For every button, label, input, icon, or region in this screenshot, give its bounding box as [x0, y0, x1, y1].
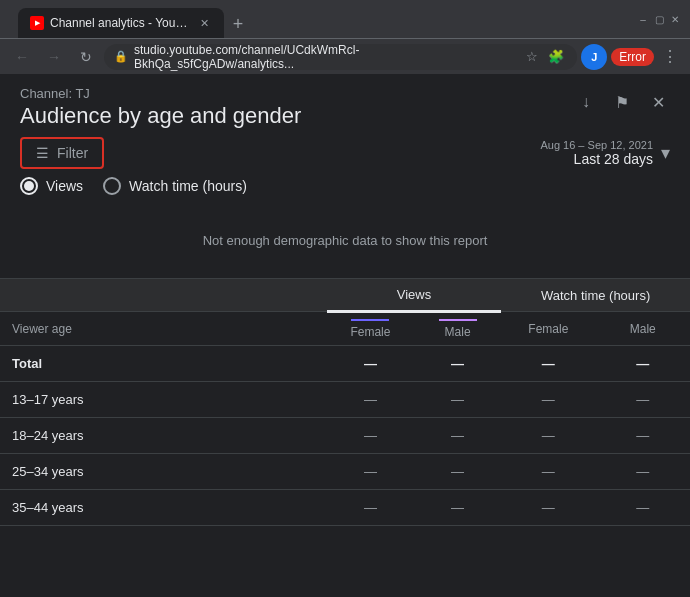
- minimize-button[interactable]: –: [636, 12, 650, 26]
- date-range-subtitle: Aug 16 – Sep 12, 2021: [540, 139, 653, 151]
- wt-male-cell: —: [596, 454, 690, 490]
- address-bar-row: ← → ↻ 🔒 studio.youtube.com/channel/UCdkW…: [0, 38, 690, 74]
- table-row: 35–44 years————: [0, 490, 690, 526]
- views-male-cell: —: [414, 346, 501, 382]
- bookmark-icon[interactable]: ☆: [521, 46, 543, 68]
- extension-icon[interactable]: 🧩: [545, 46, 567, 68]
- page-header: Channel: TJ Audience by age and gender ↓…: [0, 74, 690, 137]
- views-female-cell: —: [327, 382, 414, 418]
- views-male-cell: —: [414, 490, 501, 526]
- filter-icon: ☰: [36, 145, 49, 161]
- views-male-cell: —: [414, 418, 501, 454]
- watch-time-radio-button[interactable]: [103, 177, 121, 195]
- viewer-age-header-empty: [0, 279, 327, 312]
- header-actions: ↓ ⚑ ✕: [574, 86, 670, 114]
- viewer-age-subheader: Viewer age: [0, 312, 327, 346]
- views-radio-inner: [24, 181, 34, 191]
- wt-female-cell: —: [501, 382, 595, 418]
- age-cell: 13–17 years: [0, 382, 327, 418]
- age-cell: 18–24 years: [0, 418, 327, 454]
- lock-icon: 🔒: [114, 50, 128, 63]
- watch-time-group-header: Watch time (hours): [501, 279, 690, 312]
- address-text: studio.youtube.com/channel/UCdkWmRcl-Bkh…: [134, 43, 515, 71]
- table-section: Views Watch time (hours) Viewer age Fema…: [0, 278, 690, 526]
- views-male-cell: —: [414, 454, 501, 490]
- address-actions: ☆ 🧩: [521, 46, 567, 68]
- tab-favicon: [30, 16, 44, 30]
- views-female-bar: [351, 319, 389, 321]
- data-table: Views Watch time (hours) Viewer age Fema…: [0, 279, 690, 526]
- filter-button[interactable]: ☰ Filter: [20, 137, 104, 169]
- wt-male-cell: —: [596, 346, 690, 382]
- views-male-subheader: Male: [414, 312, 501, 346]
- sub-header-row: Viewer age Female Male Female Male: [0, 312, 690, 346]
- profile-button[interactable]: J: [581, 44, 607, 70]
- wt-female-cell: —: [501, 454, 595, 490]
- active-tab[interactable]: Channel analytics - YouTube Stu... ✕: [18, 8, 224, 38]
- views-female-subheader: Female: [327, 312, 414, 346]
- views-male-cell: —: [414, 382, 501, 418]
- views-male-bar: [439, 319, 477, 321]
- age-cell: Total: [0, 346, 327, 382]
- watch-time-radio-option[interactable]: Watch time (hours): [103, 177, 247, 195]
- wt-female-cell: —: [501, 490, 595, 526]
- views-radio-label: Views: [46, 178, 83, 194]
- date-range-dropdown-icon: ▾: [661, 142, 670, 164]
- watch-time-radio-label: Watch time (hours): [129, 178, 247, 194]
- download-button[interactable]: ↓: [574, 90, 598, 114]
- channel-label: Channel: TJ: [20, 86, 301, 101]
- table-row: Total————: [0, 346, 690, 382]
- views-female-cell: —: [327, 346, 414, 382]
- date-range-label: Last 28 days: [540, 151, 653, 167]
- tab-close-button[interactable]: ✕: [196, 15, 212, 31]
- empty-state: Not enough demographic data to show this…: [0, 203, 690, 278]
- age-cell: 35–44 years: [0, 490, 327, 526]
- wt-female-cell: —: [501, 346, 595, 382]
- views-radio-button[interactable]: [20, 177, 38, 195]
- wt-female-cell: —: [501, 418, 595, 454]
- header-left: Channel: TJ Audience by age and gender: [20, 86, 301, 129]
- date-range-text: Aug 16 – Sep 12, 2021 Last 28 days: [540, 139, 653, 167]
- filter-label: Filter: [57, 145, 88, 161]
- close-panel-button[interactable]: ✕: [646, 90, 670, 114]
- maximize-button[interactable]: ▢: [652, 12, 666, 26]
- table-row: 25–34 years————: [0, 454, 690, 490]
- tab-title: Channel analytics - YouTube Stu...: [50, 16, 190, 30]
- table-row: 13–17 years————: [0, 382, 690, 418]
- back-button[interactable]: ←: [8, 43, 36, 71]
- page-title: Audience by age and gender: [20, 103, 301, 129]
- browser-menu-button[interactable]: ⋮: [658, 45, 682, 69]
- empty-state-message: Not enough demographic data to show this…: [203, 233, 488, 248]
- radio-group: Views Watch time (hours): [0, 177, 690, 203]
- browser-window-controls: – ▢ ✕: [636, 12, 682, 26]
- table-row: 18–24 years————: [0, 418, 690, 454]
- error-button[interactable]: Error: [611, 48, 654, 66]
- views-female-cell: —: [327, 418, 414, 454]
- wt-male-cell: —: [596, 490, 690, 526]
- refresh-button[interactable]: ↻: [72, 43, 100, 71]
- flag-button[interactable]: ⚑: [610, 90, 634, 114]
- age-cell: 25–34 years: [0, 454, 327, 490]
- views-group-header: Views: [327, 279, 501, 312]
- new-tab-button[interactable]: +: [224, 10, 252, 38]
- views-female-cell: —: [327, 490, 414, 526]
- views-radio-option[interactable]: Views: [20, 177, 83, 195]
- wt-male-subheader: Male: [596, 312, 690, 346]
- tab-bar: Channel analytics - YouTube Stu... ✕ +: [18, 0, 626, 38]
- forward-button[interactable]: →: [40, 43, 68, 71]
- filter-bar: ☰ Filter Aug 16 – Sep 12, 2021 Last 28 d…: [0, 137, 690, 169]
- wt-male-cell: —: [596, 418, 690, 454]
- table-group-header-row: Views Watch time (hours): [0, 279, 690, 312]
- browser-chrome: Channel analytics - YouTube Stu... ✕ + –…: [0, 0, 690, 38]
- address-bar[interactable]: 🔒 studio.youtube.com/channel/UCdkWmRcl-B…: [104, 44, 577, 70]
- table-body: Total————13–17 years————18–24 years————2…: [0, 346, 690, 526]
- close-window-button[interactable]: ✕: [668, 12, 682, 26]
- wt-female-subheader: Female: [501, 312, 595, 346]
- views-female-cell: —: [327, 454, 414, 490]
- date-range-selector[interactable]: Aug 16 – Sep 12, 2021 Last 28 days ▾: [540, 139, 670, 167]
- page-content: Channel: TJ Audience by age and gender ↓…: [0, 74, 690, 597]
- wt-male-cell: —: [596, 382, 690, 418]
